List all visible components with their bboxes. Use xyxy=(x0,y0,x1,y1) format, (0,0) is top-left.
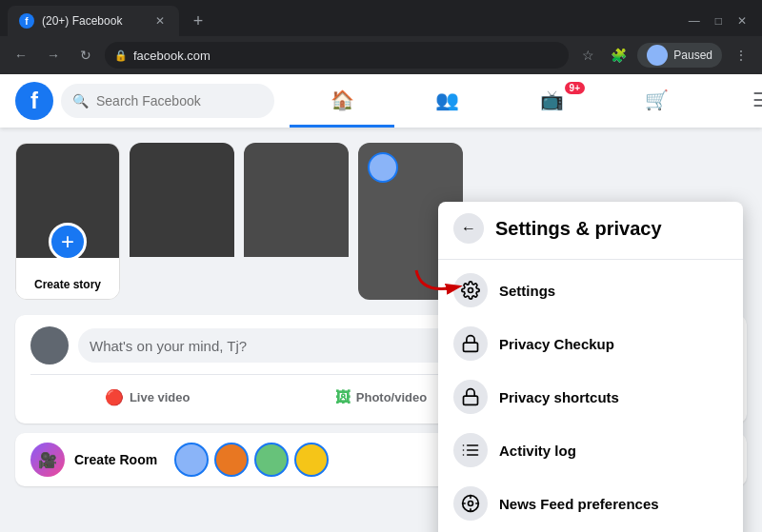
story-avatar-1 xyxy=(174,443,209,477)
privacy-checkup-label: Privacy Checkup xyxy=(499,336,614,352)
privacy-shortcuts-item[interactable]: Privacy shortcuts xyxy=(438,370,743,424)
nav-friends[interactable]: 👥 xyxy=(394,74,499,128)
url-text: facebook.com xyxy=(133,49,211,63)
marketplace-icon: 🛒 xyxy=(645,89,669,111)
fb-search-bar[interactable]: 🔍 xyxy=(61,84,274,118)
menu-icon: ☰ xyxy=(752,89,762,111)
extensions-icon[interactable]: 🧩 xyxy=(605,42,632,69)
news-feed-label: News Feed preferences xyxy=(499,496,659,512)
back-button[interactable]: ← xyxy=(8,42,34,69)
fb-logo-text: f xyxy=(30,88,38,114)
dropdown-title: Settings & privacy xyxy=(495,218,662,240)
profile-name: Paused xyxy=(673,49,712,62)
lock-icon: 🔒 xyxy=(114,49,128,62)
forward-button[interactable]: → xyxy=(40,42,67,69)
settings-privacy-dropdown: ← Settings & privacy Settings xyxy=(438,202,743,532)
settings-label: Settings xyxy=(499,283,555,299)
minimize-button[interactable]: — xyxy=(689,14,700,28)
story-card-1[interactable] xyxy=(130,143,234,300)
new-tab-button[interactable]: + xyxy=(187,10,210,32)
story-avatar-2 xyxy=(214,443,249,477)
tab-close-button[interactable]: ✕ xyxy=(152,13,168,29)
create-story-label: Create story xyxy=(16,270,119,299)
menu-dots-icon[interactable]: ⋮ xyxy=(728,42,754,69)
toolbar-icons: ☆ 🧩 xyxy=(574,42,632,69)
news-feed-icon xyxy=(453,486,488,521)
nav-home[interactable]: 🏠 xyxy=(290,74,394,128)
close-window-button[interactable]: ✕ xyxy=(737,14,747,28)
tab-bar: f (20+) Facebook ✕ + — □ ✕ xyxy=(0,0,762,36)
fb-logo[interactable]: f xyxy=(15,82,53,120)
dropdown-divider-1 xyxy=(438,259,743,260)
video-badge: 9+ xyxy=(565,82,585,94)
browser-chrome: f (20+) Facebook ✕ + — □ ✕ ← → ↻ 🔒 faceb… xyxy=(0,0,762,74)
photo-video-label: Photo/video xyxy=(356,390,427,404)
create-room-label: Create Room xyxy=(74,452,157,467)
search-input[interactable] xyxy=(96,93,263,108)
dropdown-header: ← Settings & privacy xyxy=(438,202,743,255)
news-feed-item[interactable]: News Feed preferences xyxy=(438,477,743,530)
search-icon: 🔍 xyxy=(72,93,89,108)
settings-icon xyxy=(453,273,488,307)
active-tab[interactable]: f (20+) Facebook ✕ xyxy=(8,6,179,36)
story-avatar-3 xyxy=(254,443,289,477)
address-bar-row: ← → ↻ 🔒 facebook.com ☆ 🧩 Paused ⋮ xyxy=(0,36,762,74)
nav-menu[interactable]: ☰ xyxy=(709,74,762,128)
user-avatar xyxy=(30,326,69,365)
svg-rect-1 xyxy=(464,343,478,351)
photo-video-icon: 🖼 xyxy=(335,389,351,406)
privacy-checkup-icon xyxy=(453,326,488,361)
live-video-label: Live video xyxy=(130,390,190,404)
back-arrow-icon: ← xyxy=(461,220,476,237)
address-bar[interactable]: 🔒 facebook.com xyxy=(105,42,569,69)
story-avatar-4 xyxy=(294,443,329,477)
story-img-1 xyxy=(130,143,234,257)
home-icon: 🏠 xyxy=(331,89,354,111)
story-avatars xyxy=(174,443,329,477)
maximize-button[interactable]: □ xyxy=(715,14,722,28)
tab-favicon: f xyxy=(19,13,34,29)
create-story-card[interactable]: + Create story xyxy=(15,143,120,300)
profile-avatar xyxy=(647,45,668,66)
svg-point-10 xyxy=(469,502,473,506)
tab-title: (20+) Facebook xyxy=(42,14,147,28)
bookmark-icon[interactable]: ☆ xyxy=(574,42,601,69)
nav-marketplace[interactable]: 🛒 xyxy=(604,74,709,128)
privacy-checkup-item[interactable]: Privacy Checkup xyxy=(438,317,743,370)
video-icon: 📺 xyxy=(540,89,564,111)
story-card-2[interactable] xyxy=(244,143,349,300)
friends-icon: 👥 xyxy=(435,89,459,111)
svg-rect-2 xyxy=(464,396,478,404)
fb-nav: 🏠 👥 📺 9+ 🛒 ☰ xyxy=(290,74,762,128)
nav-video[interactable]: 📺 9+ xyxy=(499,74,604,128)
privacy-shortcuts-label: Privacy shortcuts xyxy=(499,389,619,405)
fb-header: f 🔍 🏠 👥 📺 9+ 🛒 ☰ xyxy=(0,74,762,128)
create-room-icon: 🎥 xyxy=(30,443,65,477)
activity-log-icon xyxy=(453,433,488,467)
settings-item[interactable]: Settings xyxy=(438,264,743,317)
privacy-shortcuts-icon xyxy=(453,380,488,414)
refresh-button[interactable]: ↻ xyxy=(72,42,99,69)
live-video-button[interactable]: 🔴 Live video xyxy=(30,383,264,412)
svg-point-0 xyxy=(469,288,473,293)
window-controls: — □ ✕ xyxy=(689,14,754,28)
activity-log-item[interactable]: Activity log xyxy=(438,424,743,477)
story-img-2 xyxy=(244,143,349,257)
live-video-icon: 🔴 xyxy=(105,388,124,406)
activity-log-label: Activity log xyxy=(499,443,576,459)
profile-chip[interactable]: Paused xyxy=(637,43,722,68)
post-placeholder: What's on your mind, Tj? xyxy=(90,338,247,354)
add-story-icon: + xyxy=(49,223,87,261)
back-arrow-button[interactable]: ← xyxy=(453,213,484,244)
